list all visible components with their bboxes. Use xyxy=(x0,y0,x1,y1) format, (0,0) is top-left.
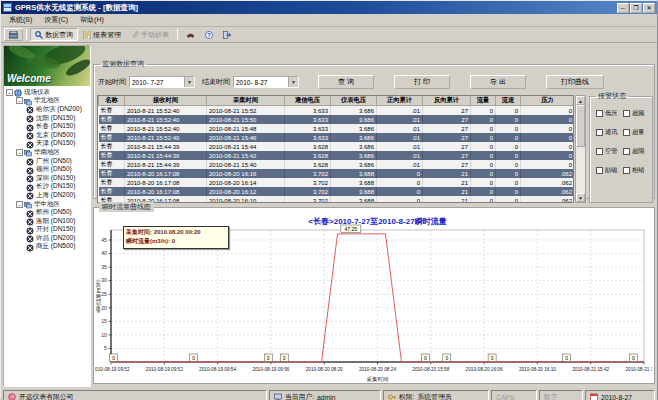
svg-text:5: 5 xyxy=(104,345,107,351)
table-cell: .01 xyxy=(377,124,423,133)
table-row[interactable]: 长春2010-8-20 16:17:082010-08-20 16:123.70… xyxy=(99,187,575,196)
collapse-icon[interactable]: - xyxy=(16,97,23,104)
table-row[interactable]: 长春2010-8-20 16:17:082010-08-20 16:143.70… xyxy=(99,178,575,187)
collapse-icon[interactable]: - xyxy=(16,201,23,208)
column-header[interactable]: 采集时间 xyxy=(207,96,285,106)
chevron-down-icon[interactable]: ▼ xyxy=(184,77,194,87)
alarm-checkbox[interactable]: 超量 xyxy=(623,128,650,137)
column-header[interactable]: 压力 xyxy=(521,96,575,106)
chart-groupbox-label: 瞬时流量曲线图 xyxy=(99,202,154,212)
exit-button[interactable] xyxy=(218,28,236,41)
print-curve-button[interactable]: 打印曲线 xyxy=(546,75,604,89)
scroll-up-icon[interactable]: ▲ xyxy=(576,96,585,105)
meter-icon xyxy=(26,244,34,252)
checkbox-icon[interactable] xyxy=(596,129,603,136)
table-row[interactable]: 长春2010-8-21 15:52:402010-08-21 15:463.63… xyxy=(99,133,575,142)
column-header[interactable]: 流速 xyxy=(496,96,521,106)
toolbar-report-button[interactable]: 报表管理 xyxy=(78,28,126,41)
table-row[interactable]: 长春2010-8-21 15:44:392010-08-21 15:443.62… xyxy=(99,142,575,151)
table-row[interactable]: 长春2010-8-21 15:44:392010-08-21 15:403.62… xyxy=(99,160,575,169)
export-button[interactable]: 导 出 xyxy=(470,75,526,89)
tree-item[interactable]: 北京 (DN500) xyxy=(6,131,90,140)
tree-item[interactable]: 广州 (DN50) xyxy=(6,157,90,166)
tree-item[interactable]: 洛阳 (DN100) xyxy=(6,217,90,226)
table-row[interactable]: 长春2010-8-20 16:17:082010-08-20 16:163.70… xyxy=(99,169,575,178)
tree-item[interactable]: 长春 (DN150) xyxy=(6,122,90,131)
table-row[interactable]: 长春2010-8-21 15:52:402010-08-21 15:503.63… xyxy=(99,115,575,124)
menu-settings[interactable]: 设置(C) xyxy=(38,14,74,26)
chevron-down-icon[interactable]: ▼ xyxy=(288,77,298,87)
alarm-checkbox[interactable]: 超频 xyxy=(623,109,650,118)
tree-item[interactable]: 开封 (DN150) xyxy=(6,226,90,235)
tree-item[interactable]: 沈阳 (DN150) xyxy=(6,114,90,123)
checkbox-icon[interactable] xyxy=(623,110,630,117)
tree-item[interactable]: 上海 (DN200) xyxy=(6,191,90,200)
scrollbar-thumb[interactable] xyxy=(576,105,585,147)
start-time-label: 开始时间 xyxy=(98,77,126,87)
checkbox-icon[interactable] xyxy=(596,110,603,117)
alarm-checkbox[interactable]: 相错 xyxy=(623,166,650,175)
table-cell: 3.686 xyxy=(331,133,377,142)
svg-text:40: 40 xyxy=(101,250,107,256)
help-button[interactable]: ? xyxy=(200,28,218,41)
print-button[interactable]: 打 印 xyxy=(394,75,450,89)
toolbar-data-query-button[interactable]: 数据查询 xyxy=(30,28,78,41)
scroll-down-icon[interactable]: ▼ xyxy=(576,193,585,202)
tree-item[interactable]: 商丘 (DN500) xyxy=(6,243,90,252)
tree-item-label: 商丘 (DN500) xyxy=(36,242,75,251)
phone-button[interactable] xyxy=(181,28,200,41)
tree-group[interactable]: -华中地区 xyxy=(6,200,90,209)
column-header[interactable]: 接收时间 xyxy=(125,96,207,106)
close-button[interactable]: ✕ xyxy=(643,3,655,13)
start-date-combo[interactable]: 2010- 7-27 ▼ xyxy=(129,76,195,88)
table-row[interactable]: 长春2010-8-21 15:44:392010-08-21 15:423.62… xyxy=(99,151,575,160)
checkbox-icon[interactable] xyxy=(596,148,603,155)
table-cell: 2010-08-20 16:12 xyxy=(207,187,285,196)
collapse-icon[interactable]: - xyxy=(6,89,13,96)
menu-system[interactable]: 系统(S) xyxy=(3,14,38,26)
role-label: 权限: xyxy=(399,392,414,400)
column-header[interactable]: 名称 xyxy=(99,96,125,106)
device-button[interactable] xyxy=(4,28,23,41)
restore-button[interactable]: ❐ xyxy=(630,3,642,13)
tree-item[interactable]: 哈尔滨 (DN200) xyxy=(6,105,90,114)
alarm-checkbox[interactable]: 超限 xyxy=(623,147,650,156)
tree-item[interactable]: 天津 (DN150) xyxy=(6,140,90,149)
column-header[interactable]: 通信电压 xyxy=(285,96,331,106)
query-form-row: 开始时间 2010- 7-27 ▼ 结束时间 2010- 8-27 ▼ 查 询 … xyxy=(98,75,604,89)
table-cell: 长春 xyxy=(99,187,125,196)
tree-item[interactable]: 许昌 (DN200) xyxy=(6,234,90,243)
checkbox-icon[interactable] xyxy=(623,148,630,155)
tree-item[interactable]: 深圳 (DN150) xyxy=(6,174,90,183)
alarm-checkbox[interactable]: 通讯 xyxy=(596,128,623,137)
tree-item[interactable]: 长沙 (DN150) xyxy=(6,183,90,192)
alarm-checkbox[interactable]: 励磁 xyxy=(596,166,623,175)
table-scrollbar[interactable]: ▲ ▼ xyxy=(575,95,586,203)
tree-item[interactable]: 福州 (DN50) xyxy=(6,165,90,174)
tree-root[interactable]: -现场仪表 xyxy=(6,88,90,97)
column-header[interactable]: 反向累计 xyxy=(423,96,471,106)
table-row[interactable]: 长春2010-8-21 15:52:402010-08-21 15:483.63… xyxy=(99,124,575,133)
checkbox-icon[interactable] xyxy=(623,167,630,174)
minimize-button[interactable]: ─ xyxy=(617,3,629,13)
table-row[interactable]: 长春2010-8-21 15:52:402010-08-21 15:523.63… xyxy=(99,106,575,116)
table-cell: 3.628 xyxy=(285,151,331,160)
checkbox-icon[interactable] xyxy=(623,129,630,136)
column-header[interactable]: 正向累计 xyxy=(377,96,423,106)
tree-group[interactable]: -华南地区 xyxy=(6,148,90,157)
toolbar-manual-read-button[interactable]: 手动抄表 xyxy=(126,28,174,41)
tree-group[interactable]: -华北地区 xyxy=(6,97,90,106)
alarm-checkbox[interactable]: 空管 xyxy=(596,147,623,156)
menu-help[interactable]: 帮助(H) xyxy=(74,14,110,26)
query-button[interactable]: 查 询 xyxy=(318,75,374,89)
checkbox-icon[interactable] xyxy=(596,167,603,174)
end-date-combo[interactable]: 2010- 8-27 ▼ xyxy=(233,76,299,88)
column-header[interactable]: 仪表电压 xyxy=(331,96,377,106)
column-header[interactable]: 流量 xyxy=(471,96,496,106)
tree-item[interactable]: 郑州 (DN50) xyxy=(6,208,90,217)
table-cell: 0 xyxy=(471,151,496,160)
key-icon xyxy=(388,393,396,400)
alarm-checkbox[interactable]: 低压 xyxy=(596,109,623,118)
collapse-icon[interactable]: - xyxy=(16,149,23,156)
table-cell: 2010-08-21 15:48 xyxy=(207,124,285,133)
